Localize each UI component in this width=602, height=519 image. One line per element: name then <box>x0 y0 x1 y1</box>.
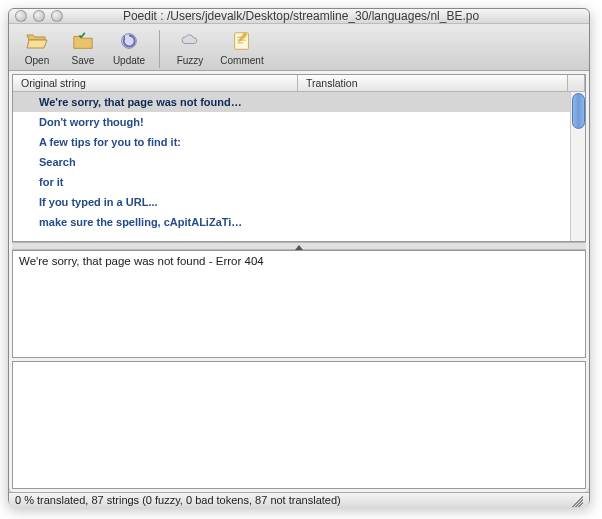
table-row[interactable]: Don't worry though! <box>13 112 570 132</box>
update-button[interactable]: Update <box>107 28 151 66</box>
resize-grip-icon[interactable] <box>569 493 583 507</box>
status-bar: 0 % translated, 87 strings (0 fuzzy, 0 b… <box>9 492 589 507</box>
translation-text-pane[interactable] <box>12 361 586 489</box>
cell-original: Don't worry though! <box>13 116 298 128</box>
save-button[interactable]: Save <box>61 28 105 66</box>
table-row[interactable]: for it <box>13 172 570 192</box>
app-window: Poedit : /Users/jdevalk/Desktop/streamli… <box>8 8 590 506</box>
vertical-scrollbar[interactable] <box>570 92 585 241</box>
cell-original: If you typed in a URL... <box>13 196 298 208</box>
content-area: Original string Translation We're sorry,… <box>9 71 589 492</box>
column-original[interactable]: Original string <box>13 75 298 91</box>
fuzzy-button[interactable]: Fuzzy <box>168 28 212 66</box>
folder-open-icon <box>25 29 49 53</box>
cell-original: make sure the spelling, cApitALiZaTi… <box>13 216 298 228</box>
cell-original: A few tips for you to find it: <box>13 136 298 148</box>
cell-original: Search <box>13 156 298 168</box>
save-icon <box>71 29 95 53</box>
open-label: Open <box>25 55 49 66</box>
open-button[interactable]: Open <box>15 28 59 66</box>
window-controls <box>15 10 63 22</box>
status-text: 0 % translated, 87 strings (0 fuzzy, 0 b… <box>15 494 341 506</box>
strings-list: Original string Translation We're sorry,… <box>12 74 586 242</box>
table-row[interactable]: Search <box>13 152 570 172</box>
window-title: Poedit : /Users/jdevalk/Desktop/streamli… <box>63 9 539 23</box>
fuzzy-label: Fuzzy <box>177 55 204 66</box>
save-label: Save <box>72 55 95 66</box>
titlebar[interactable]: Poedit : /Users/jdevalk/Desktop/streamli… <box>9 9 589 24</box>
list-header: Original string Translation <box>13 75 585 92</box>
update-label: Update <box>113 55 145 66</box>
scroll-thumb[interactable] <box>572 93 585 129</box>
column-translation[interactable]: Translation <box>298 75 568 91</box>
update-icon <box>117 29 141 53</box>
toolbar-group-file: Open Save Update <box>15 28 151 66</box>
comment-icon <box>230 29 254 53</box>
cell-original: for it <box>13 176 298 188</box>
toolbar-separator <box>159 30 160 68</box>
comment-label: Comment <box>220 55 263 66</box>
list-rows: We're sorry, that page was not found…Don… <box>13 92 570 241</box>
list-body: We're sorry, that page was not found…Don… <box>13 92 585 241</box>
cloud-icon <box>178 29 202 53</box>
zoom-icon[interactable] <box>51 10 63 22</box>
cell-original: We're sorry, that page was not found… <box>13 96 298 108</box>
table-row[interactable]: If you typed in a URL... <box>13 192 570 212</box>
table-row[interactable]: We're sorry, that page was not found… <box>13 92 570 112</box>
comment-button[interactable]: Comment <box>214 28 270 66</box>
source-text-pane: We're sorry, that page was not found - E… <box>12 250 586 358</box>
table-row[interactable]: make sure the spelling, cApitALiZaTi… <box>13 212 570 232</box>
toolbar: Open Save Update Fuzzy <box>9 24 589 71</box>
splitter-handle[interactable] <box>12 242 586 250</box>
column-scroll-spacer <box>568 75 585 91</box>
close-icon[interactable] <box>15 10 27 22</box>
minimize-icon[interactable] <box>33 10 45 22</box>
toolbar-group-edit: Fuzzy Comment <box>168 28 270 66</box>
table-row[interactable]: A few tips for you to find it: <box>13 132 570 152</box>
